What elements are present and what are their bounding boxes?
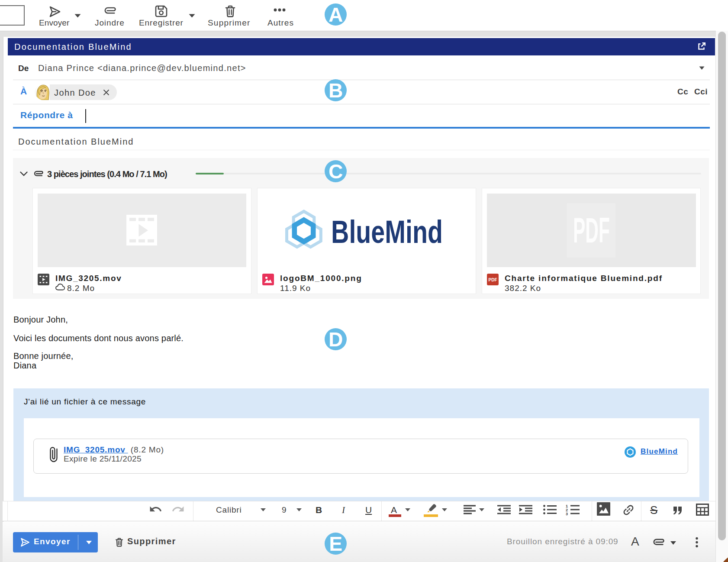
svg-text:3: 3	[566, 512, 568, 516]
svg-text:BlueMind: BlueMind	[331, 214, 443, 250]
svg-text:PDF: PDF	[489, 278, 497, 282]
